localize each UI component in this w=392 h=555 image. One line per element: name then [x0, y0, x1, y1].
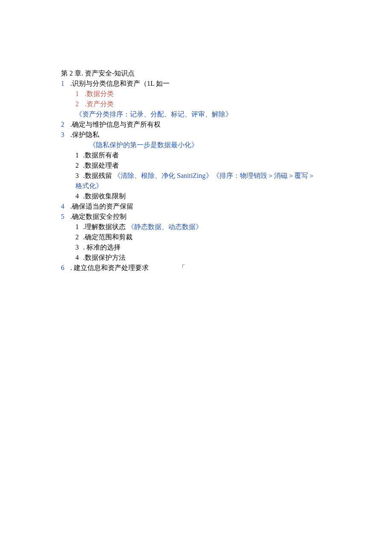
item-label: .数据保护方法: [83, 253, 126, 263]
item-number: 3: [75, 171, 79, 181]
item-number: 2: [75, 99, 79, 109]
item-label: .数据收集限制: [83, 191, 126, 201]
note-text: 《资产分类排序：记录、分配、标记、评审、解除》: [75, 109, 232, 119]
item-number: 4: [75, 191, 79, 201]
item-number: 1: [75, 150, 79, 160]
item-label: .数据分类: [85, 89, 114, 99]
item-number: 2: [61, 119, 64, 130]
item-number: 1: [61, 78, 64, 89]
item-number: 1: [75, 222, 79, 232]
item-number: 5: [61, 212, 64, 222]
outline-item-3-2: 2 .数据处理者: [61, 160, 334, 171]
outline-item-5-3: 3 . 标准的选择: [61, 242, 334, 253]
outline-item-5: 5 .确定数据安全控制: [61, 212, 334, 222]
outline-item-5-1: 1 .理解数据状态 《静态数据、动态数据》: [61, 222, 334, 232]
item-label: .数据残留: [83, 171, 112, 181]
outline-item-3-3: 3 .数据残留 《清除、根除、净化 SanitiZing》《排序：物理销毁＞消磁…: [61, 171, 334, 181]
item-label: .确定范围和剪裁: [83, 232, 133, 242]
item-label: .识别与分类信息和资产（1L 如一: [70, 78, 170, 89]
item-number: 4: [75, 253, 79, 263]
item-label: .保护隐私: [70, 130, 99, 140]
outline-item-5-2: 2 .确定范围和剪裁: [61, 232, 334, 242]
outline-item-1: 1 .识别与分类信息和资产（1L 如一: [61, 78, 334, 89]
document-page: 第 2 章. 资产安全-知识点 1 .识别与分类信息和资产（1L 如一 1 .数…: [0, 0, 334, 273]
inline-note: 《静态数据、动态数据》: [127, 222, 202, 232]
item-label: .理解数据状态: [83, 222, 126, 232]
outline-item-3-3-wrap: 格式化》: [61, 181, 334, 191]
note-wrap: 格式化》: [75, 181, 103, 191]
note-text: 《隐私保护的第一步是数据最小化》: [89, 140, 198, 150]
text-cursor: 「: [179, 263, 185, 273]
outline-item-3-1: 1 .数据所有者: [61, 150, 334, 160]
item-number: 3: [75, 242, 79, 253]
outline-item-3: 3 .保护隐私: [61, 130, 334, 140]
outline-note-3: 《隐私保护的第一步是数据最小化》: [61, 140, 334, 150]
item-number: 2: [75, 160, 79, 171]
item-label: . 标准的选择: [83, 242, 121, 253]
item-label: .确保适当的资产保留: [70, 201, 133, 212]
item-label: .资产分类: [85, 99, 114, 109]
item-label: .数据处理者: [83, 160, 119, 171]
outline-item-1-2: 2 .资产分类: [61, 99, 334, 109]
outline-item-3-4: 4 .数据收集限制: [61, 191, 334, 201]
item-number: 6: [61, 263, 64, 273]
chapter-title: 第 2 章. 资产安全-知识点: [61, 68, 334, 78]
item-number: 1: [75, 89, 79, 99]
item-number: 4: [61, 201, 64, 212]
outline-item-2: 2 .确定与维护信息与资产所有权: [61, 119, 334, 130]
outline-item-1-1: 1 .数据分类: [61, 89, 334, 99]
item-label: .数据所有者: [83, 150, 119, 160]
outline-item-6: 6 . 建立信息和资产处理要求 「: [61, 263, 334, 273]
item-label: .确定数据安全控制: [70, 212, 127, 222]
item-number: 2: [75, 232, 79, 242]
outline-item-4: 4 .确保适当的资产保留: [61, 201, 334, 212]
title-text: 第 2 章. 资产安全-知识点: [61, 68, 135, 78]
inline-note: 《清除、根除、净化 SanitiZing》《排序：物理销毁＞消磁＞覆写＞: [114, 171, 315, 181]
item-label: .确定与维护信息与资产所有权: [70, 119, 161, 130]
item-label: . 建立信息和资产处理要求: [70, 263, 149, 273]
outline-item-5-4: 4 .数据保护方法: [61, 253, 334, 263]
item-number: 3: [61, 130, 64, 140]
outline-note-1: 《资产分类排序：记录、分配、标记、评审、解除》: [61, 109, 334, 119]
